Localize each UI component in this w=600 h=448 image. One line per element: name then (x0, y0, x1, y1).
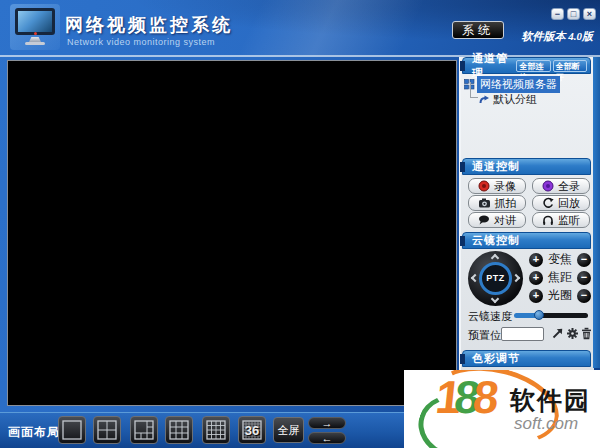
sidebar-edge-strip (593, 57, 600, 368)
focus-row: + 焦距 − (529, 270, 591, 285)
channel-control-title: 通道控制 (472, 159, 520, 174)
monitor-icon (15, 8, 55, 35)
preset-delete-trash-icon[interactable] (581, 327, 592, 340)
iris-minus-button[interactable]: − (577, 289, 591, 303)
ptz-left-button[interactable] (471, 274, 479, 282)
listen-label: 监听 (558, 213, 580, 228)
intercom-button[interactable]: 对讲 (468, 212, 526, 228)
preset-goto-icon[interactable] (551, 327, 564, 340)
maximize-button[interactable]: □ (567, 8, 580, 20)
watermark-logo: 188 软件园 soft.com (404, 370, 600, 448)
watermark-domain: soft.com (514, 414, 578, 434)
ptz-speed-label: 云镜速度 (468, 309, 512, 324)
intercom-icon (478, 214, 490, 226)
fullscreen-button[interactable]: 全屏 (273, 417, 304, 443)
ptz-up-button[interactable] (491, 254, 499, 262)
layout-36-button[interactable]: 36 (238, 416, 266, 444)
color-adjust-title: 色彩调节 (472, 351, 520, 366)
color-adjust-header: 色彩调节 (462, 350, 591, 367)
ptz-title: 云镜控制 (472, 233, 520, 248)
grid-1-icon (60, 418, 84, 442)
connect-all-button[interactable]: 全部连接 (516, 60, 550, 72)
intercom-label: 对讲 (494, 213, 516, 228)
monitor-stand (29, 37, 41, 42)
record-label: 录像 (494, 179, 516, 194)
ptz-right-button[interactable] (512, 274, 520, 282)
layout-6-button[interactable] (130, 416, 158, 444)
window-controls: − □ × (551, 8, 596, 20)
next-page-button[interactable]: → (308, 417, 346, 429)
layout-16-button[interactable] (202, 416, 230, 444)
ptz-joystick[interactable]: PTZ (468, 251, 523, 306)
playback-label: 回放 (558, 196, 580, 211)
ptz-center-label[interactable]: PTZ (479, 262, 512, 295)
watermark-digits: 188 (434, 374, 495, 420)
preset-settings-gear-icon[interactable] (566, 327, 579, 340)
tree-branch-line (470, 82, 478, 98)
zoom-plus-button[interactable]: + (529, 253, 543, 267)
preset-label: 预置位 (468, 328, 501, 343)
grid-36-label: 36 (239, 423, 265, 438)
grid-6-icon (132, 418, 156, 442)
snapshot-button[interactable]: 抓拍 (468, 195, 526, 211)
ptz-header: 云镜控制 (462, 232, 591, 249)
playback-button[interactable]: 回放 (532, 195, 590, 211)
monitor-power-light (34, 32, 37, 35)
focus-minus-button[interactable]: − (577, 271, 591, 285)
layout-9-button[interactable] (165, 416, 193, 444)
layout-4-button[interactable] (93, 416, 121, 444)
video-display[interactable] (7, 60, 457, 406)
tree-item-server-label: 网络视频服务器 (477, 76, 560, 93)
minimize-button[interactable]: − (551, 8, 564, 20)
group-icon (479, 95, 490, 104)
slider-thumb[interactable] (534, 310, 544, 320)
tree-item-server[interactable]: 网络视频服务器 (464, 76, 560, 93)
title-bar: 网络视频监控系统 Network video monitoring system… (0, 0, 600, 55)
zoom-row: + 变焦 − (529, 252, 591, 267)
page-title: 网络视频监控系统 (65, 13, 233, 37)
playback-icon (542, 197, 554, 209)
iris-label: 光圈 (548, 287, 572, 304)
iris-row: + 光圈 − (529, 288, 591, 303)
app-window: 网络视频监控系统 Network video monitoring system… (0, 0, 600, 448)
iris-plus-button[interactable]: + (529, 289, 543, 303)
disconnect-all-button[interactable]: 全部断开 (553, 60, 587, 72)
grid-16-icon (204, 418, 228, 442)
tree-item-default-group[interactable]: 默认分组 (479, 92, 537, 107)
page-subtitle: Network video monitoring system (67, 37, 215, 47)
channel-manage-header: 通道管理 全部连接 全部断开 (462, 57, 591, 74)
channel-control-header: 通道控制 (462, 158, 591, 175)
version-label: 软件版本 4.0版 (522, 29, 594, 44)
grid-4-icon (95, 418, 119, 442)
record-button[interactable]: 录像 (468, 178, 526, 194)
listen-icon (542, 214, 554, 226)
focus-label: 焦距 (548, 269, 572, 286)
focus-plus-button[interactable]: + (529, 271, 543, 285)
app-logo (10, 4, 60, 50)
zoom-label: 变焦 (548, 251, 572, 268)
tree-item-default-group-label: 默认分组 (493, 92, 537, 107)
watermark-name: 软件园 (510, 384, 591, 417)
close-button[interactable]: × (583, 8, 596, 20)
grid-9-icon (167, 418, 191, 442)
zoom-minus-button[interactable]: − (577, 253, 591, 267)
layout-1-button[interactable] (58, 416, 86, 444)
record-all-label: 全录 (558, 179, 580, 194)
ptz-down-button[interactable] (491, 295, 499, 303)
listen-button[interactable]: 监听 (532, 212, 590, 228)
preset-input[interactable] (501, 327, 544, 341)
system-menu-button[interactable]: 系统 (452, 21, 504, 39)
prev-page-button[interactable]: ← (308, 432, 346, 444)
monitor-base (25, 42, 45, 45)
layout-label: 画面布局 (8, 424, 60, 441)
record-icon (478, 180, 490, 192)
record-all-icon (542, 180, 554, 192)
record-all-button[interactable]: 全录 (532, 178, 590, 194)
snapshot-label: 抓拍 (495, 196, 517, 211)
ptz-speed-slider[interactable] (514, 313, 588, 318)
snapshot-icon (478, 197, 491, 209)
